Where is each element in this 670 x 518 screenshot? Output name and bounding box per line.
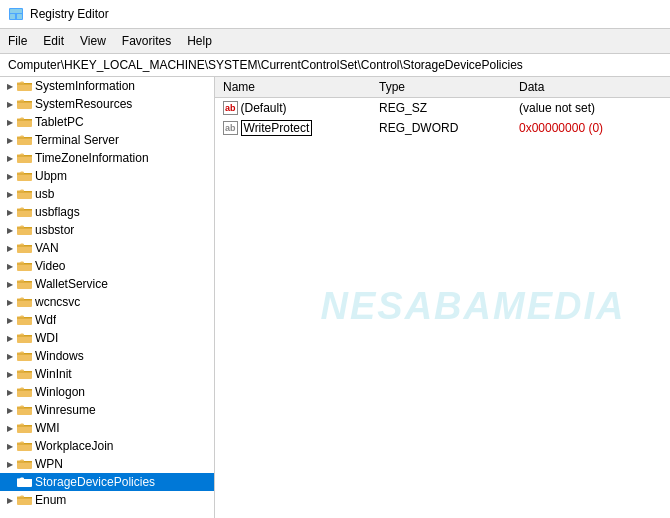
title-bar-text: Registry Editor (30, 7, 109, 21)
tree-label-winresume: Winresume (35, 403, 96, 417)
table-row-write-protect[interactable]: abWriteProtectREG_DWORD0x00000000 (0) (215, 118, 670, 138)
tree-item-van[interactable]: VAN (0, 239, 214, 257)
table-row-default[interactable]: ab(Default)REG_SZ(value not set) (215, 98, 670, 118)
tree-item-winresume[interactable]: Winresume (0, 401, 214, 419)
svg-rect-30 (17, 227, 24, 228)
svg-rect-36 (17, 263, 24, 264)
tree-label-workplace-join: WorkplaceJoin (35, 439, 113, 453)
cell-type-write-protect: REG_DWORD (375, 121, 515, 135)
expand-arrow-wininit (4, 370, 16, 379)
tree-label-storage-device-policies: StorageDevicePolicies (35, 475, 155, 489)
tree-item-winlogon[interactable]: Winlogon (0, 383, 214, 401)
tree-item-timezone-information[interactable]: TimeZoneInformation (0, 149, 214, 167)
tree-item-system-resources[interactable]: SystemResources (0, 95, 214, 113)
tree-label-windows: Windows (35, 349, 84, 363)
svg-rect-15 (17, 137, 24, 138)
expand-arrow-winlogon (4, 388, 16, 397)
folder-icon-system-information (16, 79, 32, 93)
expand-arrow-terminal-server (4, 136, 16, 145)
expand-arrow-wpn (4, 460, 16, 469)
tree-item-windows[interactable]: Windows (0, 347, 214, 365)
reg-icon-default: ab (223, 101, 238, 115)
tree-label-terminal-server: Terminal Server (35, 133, 119, 147)
tree-item-wdf[interactable]: Wdf (0, 311, 214, 329)
registry-editor-icon (8, 6, 24, 22)
tree-label-wininit: WinInit (35, 367, 72, 381)
svg-rect-45 (17, 317, 24, 318)
folder-icon-winresume (16, 403, 32, 417)
folder-icon-workplace-join (16, 439, 32, 453)
tree-item-wdi[interactable]: WDI (0, 329, 214, 347)
tree-label-wpn: WPN (35, 457, 63, 471)
svg-rect-66 (17, 443, 24, 444)
tree-item-terminal-server[interactable]: Terminal Server (0, 131, 214, 149)
column-header-name: Name (215, 80, 375, 94)
tree-label-usb: usb (35, 187, 54, 201)
tree-label-enum: Enum (35, 493, 66, 507)
tree-label-van: VAN (35, 241, 59, 255)
tree-item-usb[interactable]: usb (0, 185, 214, 203)
tree-item-wininit[interactable]: WinInit (0, 365, 214, 383)
tree-label-wcncsvc: wcncsvc (35, 295, 80, 309)
tree-item-video[interactable]: Video (0, 257, 214, 275)
name-text-write-protect: WriteProtect (241, 120, 313, 136)
tree-item-tabletpc[interactable]: TabletPC (0, 113, 214, 131)
tree-item-ubpm[interactable]: Ubpm (0, 167, 214, 185)
tree-item-usbflags[interactable]: usbflags (0, 203, 214, 221)
menu-file[interactable]: File (0, 32, 35, 50)
tree-label-wmi: WMI (35, 421, 60, 435)
tree-item-wallet-service[interactable]: WalletService (0, 275, 214, 293)
svg-rect-75 (17, 497, 24, 498)
menu-help[interactable]: Help (179, 32, 220, 50)
menu-view[interactable]: View (72, 32, 114, 50)
main-content: SystemInformation SystemResources Tablet… (0, 77, 670, 518)
svg-rect-6 (17, 83, 24, 84)
expand-arrow-enum (4, 496, 16, 505)
svg-rect-39 (17, 281, 24, 282)
tree-item-system-information[interactable]: SystemInformation (0, 77, 214, 95)
folder-icon-wmi (16, 421, 32, 435)
tree-item-wpn[interactable]: WPN (0, 455, 214, 473)
tree-label-system-information: SystemInformation (35, 79, 135, 93)
title-bar: Registry Editor (0, 0, 670, 29)
folder-icon-video (16, 259, 32, 273)
expand-arrow-usb (4, 190, 16, 199)
tree-label-system-resources: SystemResources (35, 97, 132, 111)
tree-item-usbstor[interactable]: usbstor (0, 221, 214, 239)
tree-label-video: Video (35, 259, 65, 273)
menu-edit[interactable]: Edit (35, 32, 72, 50)
svg-rect-69 (17, 461, 24, 462)
svg-rect-57 (17, 389, 24, 390)
menu-favorites[interactable]: Favorites (114, 32, 179, 50)
tree-item-wcncsvc[interactable]: wcncsvc (0, 293, 214, 311)
cell-data-default: (value not set) (515, 101, 670, 115)
tree-item-workplace-join[interactable]: WorkplaceJoin (0, 437, 214, 455)
svg-rect-2 (10, 14, 15, 19)
folder-icon-usb (16, 187, 32, 201)
tree-item-enum[interactable]: Enum (0, 491, 214, 509)
expand-arrow-timezone-information (4, 154, 16, 163)
folder-icon-usbflags (16, 205, 32, 219)
folder-icon-wcncsvc (16, 295, 32, 309)
svg-rect-1 (10, 9, 22, 13)
svg-rect-51 (17, 353, 24, 354)
tree-item-wmi[interactable]: WMI (0, 419, 214, 437)
folder-icon-winlogon (16, 385, 32, 399)
tree-label-tabletpc: TabletPC (35, 115, 84, 129)
svg-rect-3 (17, 14, 22, 19)
folder-icon-usbstor (16, 223, 32, 237)
expand-arrow-wdf (4, 316, 16, 325)
tree-item-storage-device-policies[interactable]: StorageDevicePolicies (0, 473, 214, 491)
folder-icon-windows (16, 349, 32, 363)
column-header-type: Type (375, 80, 515, 94)
expand-arrow-usbflags (4, 208, 16, 217)
tree-panel[interactable]: SystemInformation SystemResources Tablet… (0, 77, 215, 518)
expand-arrow-van (4, 244, 16, 253)
cell-type-default: REG_SZ (375, 101, 515, 115)
svg-rect-9 (17, 101, 24, 102)
expand-arrow-usbstor (4, 226, 16, 235)
tree-label-wdi: WDI (35, 331, 58, 345)
folder-icon-wdf (16, 313, 32, 327)
expand-arrow-video (4, 262, 16, 271)
folder-icon-tabletpc (16, 115, 32, 129)
